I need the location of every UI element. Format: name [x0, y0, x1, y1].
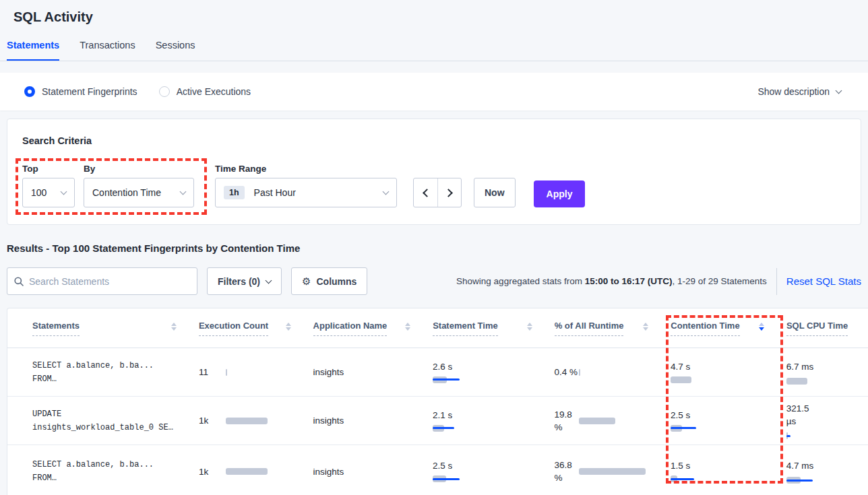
column-header-statements[interactable]: Statements — [32, 321, 199, 336]
search-icon — [14, 277, 24, 286]
columns-button[interactable]: ⚙ Columns — [291, 267, 367, 295]
chevron-down-icon — [836, 88, 842, 94]
chevron-down-icon — [383, 189, 390, 195]
time-range-select[interactable]: 1h Past Hour — [215, 178, 397, 207]
pct-runtime-bar — [579, 418, 615, 424]
chevron-down-icon — [180, 189, 187, 195]
time-range-badge: 1h — [224, 186, 245, 199]
sort-icon[interactable] — [405, 323, 410, 331]
pct-runtime-bar — [579, 369, 580, 376]
chevron-right-icon — [444, 189, 453, 197]
filters-label: Filters (0) — [218, 276, 260, 287]
statement-fingerprint-link[interactable]: SELECT a.balance, b.ba... FROM… — [32, 458, 199, 485]
radio-active-executions[interactable]: Active Executions — [159, 86, 251, 97]
statement-time-bar — [433, 425, 555, 432]
tab-statements[interactable]: Statements — [7, 40, 59, 61]
radio-statement-fingerprints[interactable]: Statement Fingerprints — [24, 86, 137, 97]
sort-icon[interactable] — [643, 323, 648, 331]
column-header-pct-runtime[interactable]: % of All Runtime — [555, 321, 671, 336]
by-label: By — [84, 164, 194, 174]
show-description-label: Show description — [757, 86, 830, 97]
execution-count-bar — [226, 468, 268, 475]
showing-stats-text: Showing aggregated stats from 15:00 to 1… — [456, 276, 767, 286]
pct-runtime-cell: 0.4 % — [555, 366, 671, 378]
view-toggle-bar: Statement Fingerprints Active Executions… — [0, 73, 868, 110]
statement-time-cell: 2.5 s — [433, 461, 555, 482]
table-body: SELECT a.balance, b.ba... FROM… 11 insig… — [7, 348, 868, 495]
sql-cpu-time-bar — [786, 432, 868, 439]
chevron-down-icon — [266, 277, 272, 284]
contention-time-cell: 2.5 s — [671, 410, 786, 432]
show-description-toggle[interactable]: Show description — [757, 86, 841, 97]
statement-time-cell: 2.6 s — [433, 362, 555, 383]
top-select[interactable]: 100 — [22, 178, 75, 207]
chevron-left-icon — [423, 189, 431, 197]
tab-transactions[interactable]: Transactions — [80, 40, 135, 61]
top-label: Top — [22, 164, 75, 174]
gear-icon: ⚙ — [302, 275, 311, 288]
column-header-contention-time[interactable]: Contention Time — [671, 321, 786, 336]
reset-sql-stats-link[interactable]: Reset SQL Stats — [786, 275, 861, 287]
search-criteria-heading: Search Criteria — [22, 135, 846, 146]
radio-button-icon[interactable] — [24, 86, 35, 97]
statements-table: Statements Execution Count Application N… — [7, 308, 868, 495]
sql-cpu-time-cell: 6.7 ms — [786, 360, 868, 385]
sql-cpu-time-bar — [786, 477, 868, 484]
time-range-value: Past Hour — [254, 187, 296, 198]
statement-fingerprint-link[interactable]: SELECT a.balance, b.ba... FROM… — [32, 359, 199, 386]
statement-time-bar — [433, 475, 555, 482]
filters-button[interactable]: Filters (0) — [207, 267, 282, 295]
columns-label: Columns — [316, 276, 356, 287]
search-criteria-panel: Search Criteria Top 100 By Contention Ti… — [7, 119, 861, 225]
statement-fingerprint-link[interactable]: UPDATE insights_workload_table_0 SE… — [32, 407, 199, 434]
contention-time-bar — [671, 376, 786, 383]
execution-count-cell: 11 — [199, 367, 313, 377]
pct-runtime-cell: 36.8 % — [555, 459, 671, 484]
column-header-application-name[interactable]: Application Name — [313, 321, 433, 336]
execution-count-bar — [226, 418, 268, 424]
chevron-down-icon — [61, 189, 67, 195]
sort-icon[interactable] — [171, 323, 177, 331]
contention-time-bar — [671, 475, 786, 482]
next-time-window-button[interactable] — [437, 178, 461, 207]
application-name-cell: insights — [313, 416, 433, 426]
results-heading: Results - Top 100 Statement Fingerprints… — [7, 242, 868, 254]
radio-label: Statement Fingerprints — [42, 86, 137, 97]
sort-icon[interactable] — [527, 323, 532, 331]
time-range-label: Time Range — [215, 164, 397, 174]
execution-count-cell: 1k — [199, 416, 313, 426]
tab-bar: Statements Transactions Sessions — [0, 40, 868, 61]
application-name-cell: insights — [313, 367, 433, 377]
previous-time-window-button[interactable] — [414, 178, 437, 207]
apply-button[interactable]: Apply — [534, 180, 586, 207]
radio-label: Active Executions — [177, 86, 251, 97]
pct-runtime-cell: 19.8 % — [555, 408, 671, 434]
pct-runtime-bar — [579, 468, 646, 475]
contention-time-cell: 1.5 s — [671, 461, 786, 482]
tab-sessions[interactable]: Sessions — [156, 40, 195, 61]
column-header-execution-count[interactable]: Execution Count — [199, 321, 313, 336]
execution-count-bar — [226, 369, 227, 376]
column-header-sql-cpu-time[interactable]: SQL CPU Time — [786, 321, 868, 336]
table-row[interactable]: SELECT a.balance, b.ba... FROM… 1k insig… — [7, 445, 868, 495]
now-button[interactable]: Now — [474, 178, 516, 207]
search-statements-input[interactable] — [29, 276, 190, 287]
contention-time-cell: 4.7 s — [671, 362, 786, 383]
table-row[interactable]: UPDATE insights_workload_table_0 SE… 1k … — [7, 397, 868, 445]
radio-button-icon[interactable] — [159, 86, 170, 97]
table-header-row: Statements Execution Count Application N… — [7, 308, 868, 348]
by-select[interactable]: Contention Time — [84, 178, 194, 207]
sql-cpu-time-cell: 321.5 µs — [786, 402, 868, 439]
sort-icon[interactable] — [759, 323, 764, 331]
search-statements-box — [7, 267, 197, 295]
top-select-value: 100 — [31, 187, 46, 198]
sort-icon[interactable] — [286, 323, 291, 331]
column-header-statement-time[interactable]: Statement Time — [433, 321, 555, 336]
vertical-divider — [776, 268, 777, 295]
application-name-cell: insights — [313, 467, 433, 477]
statement-time-cell: 2.1 s — [433, 410, 555, 432]
results-toolbar: Filters (0) ⚙ Columns Showing aggregated… — [7, 267, 861, 295]
table-row[interactable]: SELECT a.balance, b.ba... FROM… 11 insig… — [7, 348, 868, 397]
page-title: SQL Activity — [0, 0, 868, 25]
statement-time-bar — [433, 376, 555, 383]
